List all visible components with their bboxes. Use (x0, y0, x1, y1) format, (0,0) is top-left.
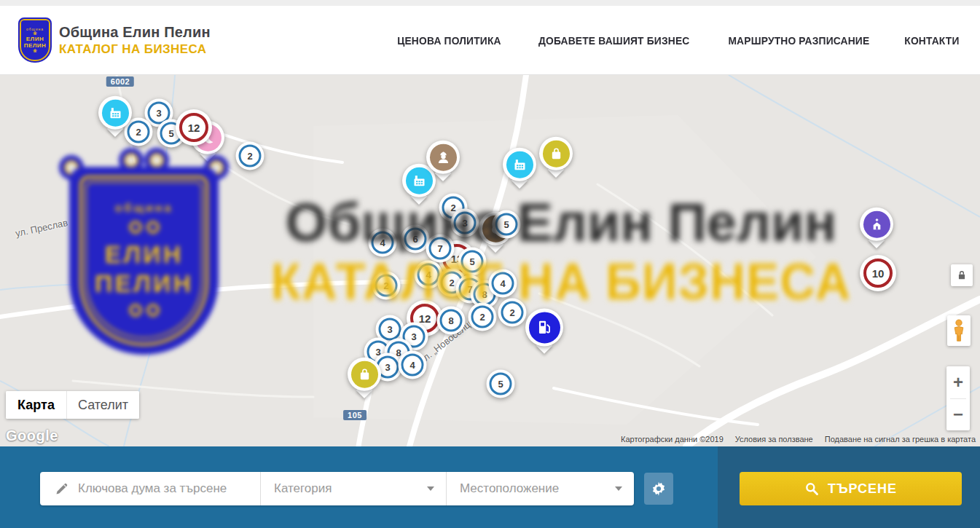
map-pin-factory[interactable] (98, 96, 132, 130)
site-header: община ❀ ЕЛИН ПЕЛИН ❀ Община Елин Пелин … (0, 6, 980, 75)
category-select-value: Категория (274, 481, 332, 496)
fuel-icon (535, 318, 554, 336)
map-cluster-marker[interactable]: 2 (469, 303, 497, 331)
map-cluster-marker[interactable]: 2 (236, 142, 264, 170)
map-cluster-marker[interactable]: 10 (860, 255, 896, 291)
advanced-settings-button[interactable] (644, 473, 673, 505)
map-cluster-marker[interactable]: 5 (493, 210, 521, 239)
brand[interactable]: община ❀ ЕЛИН ПЕЛИН ❀ Община Елин Пелин … (18, 17, 211, 63)
factory-icon (108, 105, 123, 120)
road-number-badge: 6002 (106, 76, 134, 87)
category-select[interactable]: Категория (260, 472, 446, 505)
map-type-satellite-button[interactable]: Сателит (67, 391, 139, 419)
map-type-map-button[interactable]: Карта (6, 391, 67, 419)
lock-control-button[interactable] (951, 264, 973, 286)
map-pin-church[interactable] (860, 208, 893, 241)
search-panel: Категория Местоположение ТЪРСЕНЕ (0, 446, 980, 528)
map-pin-bag[interactable] (348, 358, 381, 391)
location-select-value: Местоположение (460, 481, 559, 496)
search-button[interactable]: ТЪРСЕНЕ (740, 472, 962, 505)
worker-icon (436, 149, 451, 165)
lock-icon (957, 270, 967, 280)
logo-ornament: ❀ (33, 49, 37, 53)
map-cluster-marker[interactable]: 4 (399, 351, 427, 379)
map-cluster-marker[interactable]: 12 (176, 109, 212, 146)
site-title: Община Елин Пелин (59, 24, 211, 41)
search-icon (804, 481, 819, 496)
pegman-icon (952, 319, 966, 342)
map-pin-fuel[interactable] (525, 308, 563, 346)
pencil-icon (55, 481, 69, 496)
church-icon (869, 216, 885, 232)
search-fields: Категория Местоположение (40, 472, 634, 505)
nav-pricing-policy[interactable]: ЦЕНОВА ПОЛИТИКА (397, 34, 501, 47)
site-subtitle: КАТАЛОГ НА БИЗНЕСА (59, 42, 211, 57)
keyword-search-input[interactable] (78, 481, 246, 496)
chevron-down-icon (427, 486, 434, 491)
map-cluster-marker[interactable]: 5 (458, 248, 487, 276)
page-top-strip (0, 0, 980, 6)
map-type-control: Карта Сателит (6, 391, 139, 419)
bag-icon (357, 366, 372, 382)
nav-route-schedule[interactable]: МАРШРУТНО РАЗПИСАНИЕ (729, 34, 870, 47)
pegman-control[interactable] (947, 315, 971, 346)
map-cluster-marker[interactable]: 7 (426, 235, 455, 263)
terms-of-use-link[interactable]: Условия за ползване (735, 435, 813, 444)
factory-icon (512, 157, 528, 172)
municipality-logo: община ❀ ЕЛИН ПЕЛИН ❀ (18, 17, 52, 63)
google-map[interactable]: 6002105ул. Преславбул. „Новоселци“ 32512… (0, 75, 980, 446)
attribution-copyright: Картографски данни ©2019 (621, 435, 724, 444)
road-number-badge: 105 (343, 410, 366, 420)
factory-icon (412, 173, 427, 188)
map-pin-factory[interactable] (503, 148, 536, 181)
nav-contacts[interactable]: КОНТАКТИ (904, 34, 959, 47)
search-button-label: ТЪРСЕНЕ (828, 481, 897, 497)
report-map-error-link[interactable]: Подаване на сигнал за грешка в картата (825, 435, 976, 444)
map-cluster-marker[interactable]: 4 (489, 269, 517, 298)
map-attribution: Картографски данни ©2019 Условия за полз… (621, 435, 976, 444)
gear-icon (651, 481, 667, 497)
zoom-out-button[interactable]: − (946, 398, 970, 430)
map-cluster-marker[interactable]: 3 (451, 209, 479, 237)
bag-icon (549, 146, 564, 161)
keyword-field-wrap (40, 472, 260, 505)
logo-name-1: ЕЛИН (26, 36, 44, 42)
google-logo[interactable]: Google (6, 427, 58, 444)
zoom-control: + − (946, 366, 970, 430)
map-cluster-marker[interactable]: 4 (369, 229, 397, 257)
zoom-in-button[interactable]: + (946, 366, 970, 398)
map-pin-worker[interactable] (426, 141, 460, 174)
map-pin-bag[interactable] (539, 137, 573, 170)
map-cluster-marker[interactable]: 2 (372, 272, 401, 300)
map-cluster-marker[interactable]: 2 (498, 299, 527, 327)
chevron-down-icon (615, 486, 622, 491)
map-cluster-marker[interactable]: 5 (487, 370, 515, 398)
map-cluster-marker[interactable]: 8 (437, 307, 466, 335)
main-nav: ЦЕНОВА ПОЛИТИКА ДОБАВЕТЕ ВАШИЯТ БИЗНЕС М… (393, 6, 962, 74)
location-select[interactable]: Местоположение (446, 472, 634, 505)
nav-add-your-business[interactable]: ДОБАВЕТЕ ВАШИЯТ БИЗНЕС (538, 34, 689, 47)
